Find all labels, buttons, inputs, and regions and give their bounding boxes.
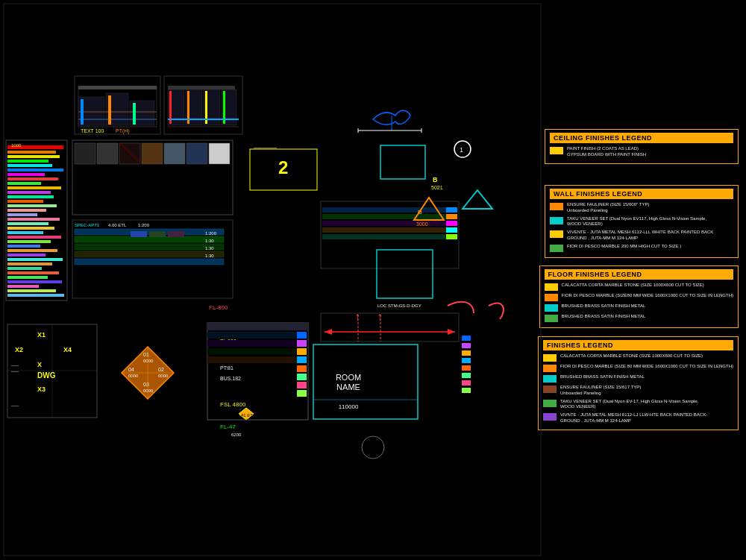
svg-rect-13 xyxy=(7,204,57,207)
svg-rect-22 xyxy=(7,245,40,248)
svg-rect-53 xyxy=(75,251,224,257)
svg-rect-29 xyxy=(7,276,48,279)
svg-marker-107 xyxy=(414,198,444,220)
svg-rect-162 xyxy=(297,382,307,388)
finishes-swatch-4 xyxy=(543,386,557,393)
svg-rect-150 xyxy=(207,323,308,420)
svg-text:PT:81: PT:81 xyxy=(220,356,233,362)
floor-legend-item-2: FIOR DI PESCO MARBLE (SIZE80 MM WIDE 160… xyxy=(545,293,733,301)
ceiling-swatch-1 xyxy=(550,147,563,154)
svg-rect-44 xyxy=(186,143,207,164)
svg-rect-62 xyxy=(250,149,317,190)
svg-rect-88 xyxy=(205,91,207,124)
svg-rect-7 xyxy=(7,177,58,180)
svg-rect-11 xyxy=(7,195,54,198)
drawing-area: 1000 SPEC-APT1 4.00 ETL 1:200 1:200 1:30… xyxy=(0,0,545,560)
svg-rect-21 xyxy=(7,240,51,243)
svg-rect-33 xyxy=(7,294,64,297)
floor-text-3: BRUSHED BRASS SATIN FINISH METAL xyxy=(562,303,646,309)
svg-rect-32 xyxy=(7,289,56,292)
svg-text:01: 01 xyxy=(143,352,149,357)
svg-rect-84 xyxy=(204,89,220,125)
svg-rect-96 xyxy=(322,234,457,239)
svg-rect-0 xyxy=(7,145,63,149)
svg-rect-1 xyxy=(7,151,56,154)
wall-swatch-2 xyxy=(550,217,563,224)
wall-legend-title: WALL FINISHES LEGEND xyxy=(550,189,733,199)
svg-rect-14 xyxy=(7,209,46,212)
svg-text:DWG: DWG xyxy=(37,371,56,380)
svg-rect-87 xyxy=(187,91,189,124)
svg-text:1000: 1000 xyxy=(11,143,22,148)
svg-marker-129 xyxy=(122,347,174,399)
svg-marker-146 xyxy=(239,408,254,420)
finishes-legend-item-2: FIOR DI PESCO MARBLE (SIZE 80 MM WIDE 16… xyxy=(543,364,733,372)
finishes-legend-item-6: VIVNTE - JUTA METAL MESH 6112-LJ LLW-HTE… xyxy=(543,412,733,424)
wall-swatch-4 xyxy=(550,245,563,252)
svg-text:X3: X3 xyxy=(37,386,46,393)
finishes-text-3: BRUSHED BRASS SATIN FINISH METAL xyxy=(560,374,645,380)
svg-text:0000: 0000 xyxy=(158,374,169,378)
svg-rect-85 xyxy=(222,89,236,125)
svg-marker-110 xyxy=(463,190,492,209)
svg-rect-18 xyxy=(7,227,54,230)
floor-legend-item-4: BRUSHED BRASS SATIN FINISH METAL xyxy=(545,314,733,322)
svg-rect-3 xyxy=(7,160,48,163)
svg-rect-154 xyxy=(207,348,308,355)
wall-legend-item-4: FIOR DI PESCO MARBLE 200 MM HIGH CUT TO … xyxy=(550,244,733,252)
svg-rect-98 xyxy=(446,214,457,219)
svg-rect-8 xyxy=(7,182,41,185)
svg-rect-17 xyxy=(7,222,48,225)
wall-legend-item-1: ENSURE FAULINER (SIZE 15/600" TYP)Unboar… xyxy=(550,202,733,214)
svg-text:___: ___ xyxy=(10,402,19,406)
wall-legend-item-2: TAKU VENEER SET (Dual Nyon EV117, High G… xyxy=(550,216,733,228)
finishes-swatch-3 xyxy=(543,375,557,383)
svg-rect-34 xyxy=(6,140,67,301)
svg-rect-164 xyxy=(313,345,418,419)
floor-text-2: FIOR DI PESCO MARBLE (SIZE80 MM WIDE 160… xyxy=(562,293,733,299)
svg-rect-54 xyxy=(75,259,224,265)
svg-marker-171 xyxy=(325,329,332,335)
svg-text:X2: X2 xyxy=(15,346,23,353)
svg-rect-51 xyxy=(75,236,224,242)
svg-text:03: 03 xyxy=(143,382,149,387)
svg-text:FL:800: FL:800 xyxy=(220,339,236,344)
svg-text:SPEC-APT1: SPEC-APT1 xyxy=(75,223,100,227)
finishes-legend-item-1: CALACATTA CORTA MARBLE STONE (SIZE 1000X… xyxy=(543,353,733,362)
svg-text:4.00 ETL: 4.00 ETL xyxy=(108,223,127,227)
floor-legend-title: FLOOR FINISHES LEGEND xyxy=(545,269,733,280)
floor-swatch-3 xyxy=(545,304,558,312)
svg-rect-83 xyxy=(186,89,202,125)
ceiling-text-1: PAINT FINISH (2 COATS AS LEAD)GYPSUM BOA… xyxy=(567,146,646,158)
finishes-swatch-2 xyxy=(543,365,557,372)
svg-rect-24 xyxy=(7,254,46,257)
svg-text:1:30: 1:30 xyxy=(205,254,214,258)
svg-rect-10 xyxy=(7,191,51,194)
svg-rect-16 xyxy=(7,218,60,221)
svg-rect-36 xyxy=(72,140,233,215)
svg-text:1: 1 xyxy=(460,146,463,154)
svg-text:ROOM: ROOM xyxy=(336,373,361,382)
floor-text-1: CALACATTA CORTA MARBLE STONE (SIZE 1000X… xyxy=(562,283,704,289)
svg-rect-46 xyxy=(72,220,233,298)
svg-rect-23 xyxy=(7,249,57,252)
wall-swatch-1 xyxy=(550,203,563,210)
svg-rect-30 xyxy=(7,280,62,283)
svg-text:NAME: NAME xyxy=(336,383,360,391)
svg-rect-86 xyxy=(169,91,172,124)
ceiling-legend-item-1: PAINT FINISH (2 COATS AS LEAD)GYPSUM BOA… xyxy=(550,146,733,158)
svg-text:X1: X1 xyxy=(37,331,46,339)
svg-rect-43 xyxy=(164,143,185,164)
floor-legend-item-3: BRUSHED BRASS SATIN FINISH METAL xyxy=(545,303,733,312)
svg-rect-28 xyxy=(7,271,59,274)
svg-text:1:30: 1:30 xyxy=(205,246,214,251)
svg-point-103 xyxy=(454,141,471,157)
svg-text:0000: 0000 xyxy=(143,388,154,393)
svg-rect-42 xyxy=(142,143,163,164)
svg-rect-5 xyxy=(7,169,63,172)
svg-rect-160 xyxy=(297,365,307,372)
finishes-text-6: VIVNTE - JUTA METAL MESH 6112-LJ LLW-HTE… xyxy=(560,412,707,424)
svg-rect-93 xyxy=(322,214,457,219)
svg-text:FL: -100: FL: -100 xyxy=(220,347,239,353)
floor-legend: FLOOR FINISHES LEGEND CALACATTA CORTA MA… xyxy=(539,265,739,328)
